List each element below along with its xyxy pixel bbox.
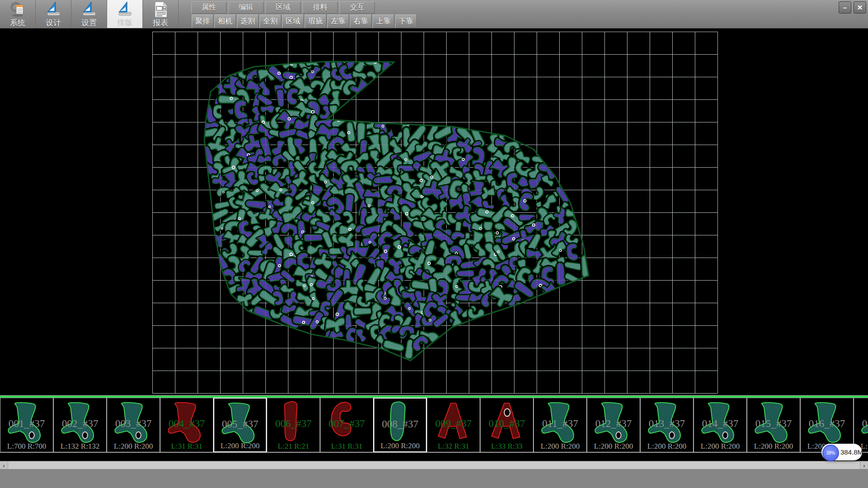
part-id-label: 006_#37 xyxy=(267,418,320,430)
ribbon-tab-4[interactable]: 排版 xyxy=(107,0,143,28)
tool-button-2[interactable]: 相机 xyxy=(214,14,236,28)
part-id-label: 008_#37 xyxy=(374,418,426,430)
set-square-icon xyxy=(80,0,98,19)
part-thumbnail-7[interactable]: 007_#37 L:31 R:31 xyxy=(320,398,373,452)
tool-button-10[interactable]: 下靠 xyxy=(395,14,417,28)
part-lr-count: L:200 R:200 xyxy=(374,441,426,450)
report-icon xyxy=(151,0,170,19)
tool-button-8[interactable]: 右靠 xyxy=(350,14,372,28)
tool-button-5[interactable]: 区域 xyxy=(282,14,304,28)
part-thumbnails: 001_#37 L:700 R:700 002_#37 L:132 R:132 … xyxy=(0,398,868,453)
part-lr-count: L:21 R:21 xyxy=(267,442,320,451)
part-thumbnail-6[interactable]: 006_#37 L:21 R:21 xyxy=(267,398,320,452)
part-lr-count: L:31 R:31 xyxy=(160,442,213,451)
part-id-label: 010_#37 xyxy=(481,418,533,430)
set-square-icon xyxy=(47,2,60,15)
gear-document-icon xyxy=(9,1,23,17)
part-lr-count: L:31 R:31 xyxy=(321,442,373,451)
close-button[interactable]: ✕ xyxy=(854,1,866,14)
progress-circle: 38% xyxy=(822,445,839,461)
memory-value: 384.8M xyxy=(840,444,863,460)
ribbon-tab-2[interactable]: 设计 xyxy=(36,0,71,28)
part-thumbnail-13[interactable]: 013_#37 L:200 R:200 xyxy=(640,398,693,452)
part-id-label: 014_#37 xyxy=(694,418,746,430)
window-controls: – ✕ xyxy=(839,1,866,14)
menu-item-2[interactable]: 编辑 xyxy=(228,1,264,14)
nesting-canvas[interactable] xyxy=(0,0,868,395)
ribbon-tab-label: 设置 xyxy=(81,19,97,27)
part-thumbnail-2[interactable]: 002_#37 L:132 R:132 xyxy=(53,398,107,452)
part-lr-count: L:200 R:200 xyxy=(641,442,693,451)
part-thumbnail-12[interactable]: 012_#37 L:200 R:200 xyxy=(587,398,640,452)
status-bar xyxy=(0,469,868,488)
menu-item-4[interactable]: 排料 xyxy=(302,1,338,14)
set-square-icon xyxy=(83,2,95,15)
part-thumbnail-8[interactable]: 008_#37 L:200 R:200 xyxy=(373,398,427,452)
part-id-label: 003_#37 xyxy=(107,418,160,430)
part-id-label: 002_#37 xyxy=(54,418,106,430)
part-id-label: 011_#37 xyxy=(534,418,586,430)
parts-panel: 001_#37 L:700 R:700 002_#37 L:132 R:132 … xyxy=(0,395,868,453)
horizontal-scrollbar[interactable]: ‹ › xyxy=(0,461,868,469)
report-icon xyxy=(155,2,167,17)
part-thumbnail-15[interactable]: 015_#37 L:200 R:200 xyxy=(747,398,800,452)
part-thumbnail-3[interactable]: 003_#37 L:200 R:200 xyxy=(107,398,160,452)
part-id-label: 016_#37 xyxy=(801,418,853,430)
part-lr-count: L:200 R:200 xyxy=(214,441,266,450)
part-lr-count: L:33 R:33 xyxy=(481,442,533,451)
part-thumbnail-10[interactable]: 010_#37 L:33 R:33 xyxy=(480,398,533,452)
app-window: 系统 设计 设置 排版 报表 属性编辑区域排料交互 聚排相机选割全割区域瑕疵左靠… xyxy=(0,0,868,488)
ribbon-tab-label: 报表 xyxy=(153,19,168,27)
toolbar: 系统 设计 设置 排版 报表 属性编辑区域排料交互 聚排相机选割全割区域瑕疵左靠… xyxy=(0,0,868,28)
part-id-label: 001_#37 xyxy=(0,418,53,430)
part-thumbnail-14[interactable]: 014_#37 L:200 R:200 xyxy=(693,398,747,452)
ribbon-tab-5[interactable]: 报表 xyxy=(143,0,179,28)
part-thumbnail-5[interactable]: 005_#37 L:200 R:200 xyxy=(213,398,267,452)
tool-row: 聚排相机选割全割区域瑕疵左靠右靠上靠下靠 xyxy=(192,14,417,27)
ribbon-tab-label: 系统 xyxy=(10,19,25,27)
gear-document-icon xyxy=(9,0,27,19)
minimize-button[interactable]: – xyxy=(839,1,851,14)
part-lr-count: L:32 R:31 xyxy=(427,442,480,451)
part-lr-count: L:200 R:200 xyxy=(694,442,746,451)
part-id-label: 004_#37 xyxy=(160,418,213,430)
set-square-icon xyxy=(119,2,131,15)
menu-bar: 属性编辑区域排料交互 xyxy=(191,1,375,13)
part-thumbnail-9[interactable]: 009_#37 L:32 R:31 xyxy=(427,398,480,452)
part-lr-count: L:200 R:200 xyxy=(107,442,160,451)
memory-badge: 38% 384.8M xyxy=(821,444,862,460)
part-id-label: 015_#37 xyxy=(747,418,800,430)
part-id-label: 013_#37 xyxy=(641,418,693,430)
ribbon-tab-label: 排版 xyxy=(117,19,132,27)
tool-button-4[interactable]: 全割 xyxy=(259,14,281,28)
menu-item-5[interactable]: 交互 xyxy=(340,1,375,14)
set-square-icon xyxy=(44,0,62,19)
ribbon-tab-label: 设计 xyxy=(46,19,61,27)
tool-button-3[interactable]: 选割 xyxy=(237,14,259,28)
part-lr-count: L:200 R:200 xyxy=(747,442,800,451)
part-lr-count: L:700 R:700 xyxy=(0,442,53,451)
set-square-icon xyxy=(116,0,134,19)
ribbon-tab-3[interactable]: 设置 xyxy=(71,0,107,28)
part-lr-count: L:200 R:200 xyxy=(587,442,640,451)
part-thumbnail-4[interactable]: 004_#37 L:31 R:31 xyxy=(160,398,213,452)
part-id-label: 009_#37 xyxy=(427,418,480,430)
part-id-label: 005_#37 xyxy=(214,418,266,430)
part-id-label: 007_#37 xyxy=(321,418,373,430)
part-id-label: 012_#37 xyxy=(587,418,640,430)
ribbon-tabs: 系统 设计 设置 排版 报表 xyxy=(0,0,179,28)
menu-item-1[interactable]: 属性 xyxy=(191,1,226,14)
part-thumbnail-11[interactable]: 011_#37 L:200 R:200 xyxy=(533,398,587,452)
part-lr-count: L:132 R:132 xyxy=(54,442,106,451)
part-id-label: 017_#37 xyxy=(854,418,868,430)
ribbon-tab-1[interactable]: 系统 xyxy=(0,0,36,28)
tool-button-7[interactable]: 左靠 xyxy=(327,14,349,28)
scroll-left-button[interactable]: ‹ xyxy=(0,461,8,469)
tool-button-1[interactable]: 聚排 xyxy=(192,14,213,28)
tool-button-9[interactable]: 上靠 xyxy=(373,14,394,28)
part-lr-count: L:200 R:200 xyxy=(534,442,586,451)
tool-button-6[interactable]: 瑕疵 xyxy=(305,14,326,28)
scroll-right-button[interactable]: › xyxy=(860,461,868,469)
menu-item-3[interactable]: 区域 xyxy=(265,1,301,14)
part-thumbnail-1[interactable]: 001_#37 L:700 R:700 xyxy=(0,398,53,452)
